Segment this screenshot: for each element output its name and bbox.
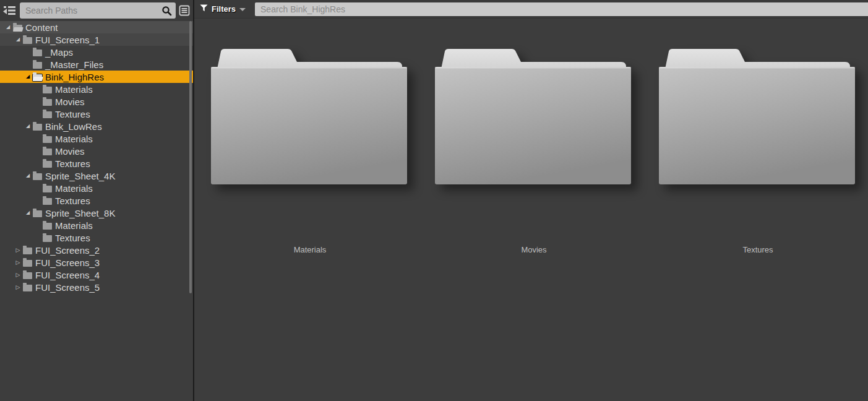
- folder-tile[interactable]: Materials: [210, 45, 410, 254]
- folder-icon: [33, 173, 42, 180]
- tree-item[interactable]: ▷ FUI_Screens_3: [0, 256, 193, 269]
- folder-icon: [43, 161, 52, 168]
- view-options-icon[interactable]: [179, 5, 190, 16]
- tree-item[interactable]: Materials: [0, 132, 193, 145]
- asset-grid: Materials Movies Textures: [194, 19, 868, 254]
- asset-label: Movies: [521, 245, 546, 254]
- tree-item-label: Movies: [55, 97, 88, 107]
- folder-icon: [43, 198, 52, 205]
- folder-icon: [43, 87, 52, 93]
- tree-item-label: FUI_Screens_1: [35, 35, 103, 45]
- expander-icon[interactable]: ▷: [14, 281, 22, 293]
- folder-icon: [43, 149, 52, 155]
- magnifier-icon: [161, 6, 172, 19]
- content-browser: ◢ Content ◢ FUI_Screens_1 _Maps _Master_…: [0, 0, 868, 401]
- folder-icon: [33, 62, 42, 69]
- tree-item-label: Materials: [55, 134, 97, 144]
- tree-item-label: Materials: [55, 183, 97, 194]
- asset-label: Textures: [742, 245, 773, 254]
- tree-item[interactable]: Materials: [0, 219, 193, 231]
- folder-icon: [33, 50, 42, 56]
- expander-icon[interactable]: ◢: [4, 21, 12, 33]
- tree-item[interactable]: Textures: [0, 108, 193, 120]
- sources-topbar: [0, 0, 193, 21]
- tree-item[interactable]: Materials: [0, 83, 193, 95]
- tree-item-label: Textures: [55, 158, 94, 169]
- tree-item-label: Content: [25, 22, 62, 33]
- tree-item[interactable]: Textures: [0, 231, 193, 244]
- tree-item[interactable]: _Maps: [0, 46, 193, 58]
- expander-icon[interactable]: ◢: [24, 170, 32, 182]
- tree-item-label: FUI_Screens_5: [35, 282, 103, 293]
- asset-view-panel: Filters Materials Movies Textures: [194, 0, 868, 401]
- tree-item-label: _Maps: [45, 47, 77, 58]
- tree-item[interactable]: ▷ FUI_Screens_5: [0, 281, 193, 293]
- tree-scrollbar-thumb[interactable]: [189, 21, 192, 293]
- folder-icon: [43, 99, 52, 106]
- tree-item-label: _Master_Files: [45, 59, 107, 70]
- tree-item-label: Textures: [55, 109, 94, 119]
- tree-item-label: Textures: [55, 233, 94, 243]
- tree-item[interactable]: ◢ FUI_Screens_1: [0, 33, 193, 46]
- sources-panel-toggle-icon[interactable]: [2, 4, 17, 17]
- tree-item[interactable]: ▷ FUI_Screens_4: [0, 269, 193, 281]
- tree-item[interactable]: Movies: [0, 145, 193, 157]
- folder-tile[interactable]: Movies: [434, 45, 634, 254]
- folder-icon-large: [210, 45, 410, 186]
- tree-item[interactable]: ◢ Bink_LowRes: [0, 120, 193, 132]
- asset-search-input[interactable]: [255, 2, 868, 16]
- tree-item[interactable]: ▷ FUI_Screens_2: [0, 244, 193, 256]
- tree-item[interactable]: Textures: [0, 194, 193, 207]
- tree-item[interactable]: Textures: [0, 157, 193, 170]
- sources-panel: ◢ Content ◢ FUI_Screens_1 _Maps _Master_…: [0, 0, 194, 401]
- expander-icon[interactable]: ▷: [14, 256, 22, 269]
- tree-item-label: Movies: [55, 146, 88, 157]
- tree-item[interactable]: _Master_Files: [0, 58, 193, 71]
- filters-button[interactable]: Filters: [200, 4, 246, 14]
- folder-icon: [23, 248, 32, 254]
- funnel-icon: [200, 4, 208, 14]
- expander-icon[interactable]: ▷: [14, 269, 22, 281]
- tree-item-label: Bink_LowRes: [45, 121, 106, 132]
- folder-icon: [43, 223, 52, 230]
- folder-icon-large: [658, 45, 857, 186]
- folder-icon: [43, 111, 52, 118]
- tree-item-label: Materials: [55, 220, 97, 231]
- search-paths-input[interactable]: [20, 2, 176, 19]
- chevron-down-icon: [239, 8, 246, 11]
- folder-icon-large: [434, 45, 634, 186]
- tree-item[interactable]: Materials: [0, 182, 193, 194]
- folder-icon: [23, 272, 32, 279]
- expander-icon[interactable]: ▷: [14, 244, 22, 256]
- asset-label: Materials: [294, 245, 327, 254]
- expander-icon[interactable]: ◢: [24, 71, 32, 83]
- folder-icon: [23, 260, 32, 267]
- tree-item[interactable]: ◢ Content: [0, 21, 193, 33]
- folder-icon: [23, 285, 32, 291]
- search-paths-field: [20, 2, 176, 19]
- folder-tile[interactable]: Textures: [658, 45, 857, 254]
- expander-icon[interactable]: ◢: [24, 120, 32, 132]
- tree-item-label: FUI_Screens_2: [35, 245, 103, 256]
- folder-icon: [33, 74, 42, 81]
- folder-icon: [33, 124, 42, 131]
- tree-item-label: Textures: [55, 196, 94, 206]
- folder-icon: [33, 210, 42, 217]
- tree-item-label: Sprite_Sheet_4K: [45, 171, 119, 181]
- folder-tree: ◢ Content ◢ FUI_Screens_1 _Maps _Master_…: [0, 21, 193, 293]
- tree-item[interactable]: ◢ Sprite_Sheet_4K: [0, 170, 193, 182]
- tree-item[interactable]: ◢ Sprite_Sheet_8K: [0, 207, 193, 219]
- tree-item[interactable]: ◢ Bink_HighRes: [0, 71, 193, 83]
- asset-search-field: [255, 2, 868, 16]
- folder-icon: [43, 186, 52, 192]
- folder-icon: [43, 235, 52, 242]
- expander-icon[interactable]: ◢: [24, 207, 32, 219]
- expander-icon[interactable]: ◢: [14, 33, 22, 46]
- tree-item-label: FUI_Screens_4: [35, 270, 103, 280]
- tree-item-label: FUI_Screens_3: [35, 257, 103, 268]
- folder-icon: [13, 25, 22, 32]
- tree-item[interactable]: Movies: [0, 95, 193, 108]
- tree-item-label: Bink_HighRes: [45, 72, 108, 82]
- folder-icon: [43, 136, 52, 143]
- folder-icon: [23, 37, 32, 44]
